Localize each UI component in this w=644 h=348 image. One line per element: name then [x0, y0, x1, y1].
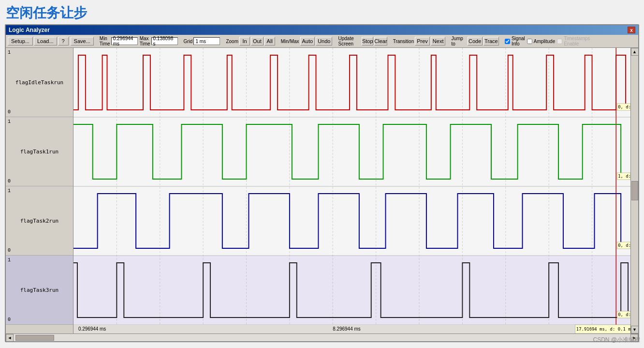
- signal-idle-name: flagIdleTaskrun: [15, 79, 63, 86]
- minmax-undo-button[interactable]: Undo: [316, 37, 332, 45]
- update-label: Update Screen: [338, 36, 361, 46]
- grid-value: 1 ms: [193, 37, 220, 45]
- update-stop-button[interactable]: Stop: [362, 37, 373, 45]
- minmax-group: Min/Max Auto Undo: [281, 37, 333, 45]
- signal-label-task2: 1 flagTask2run 0: [6, 186, 73, 256]
- zoom-group: Zoom In Out All: [226, 37, 275, 45]
- update-clear-button[interactable]: Clear: [374, 37, 387, 45]
- vertical-scrollbar[interactable]: ▲ ▼: [630, 48, 638, 333]
- zoom-all-button[interactable]: All: [264, 37, 275, 45]
- zoom-in-button[interactable]: In: [239, 37, 250, 45]
- waveform-area[interactable]: 0, d:0 1, d:0 0, d:0 0, d:0: [73, 48, 630, 333]
- page-title: 空闲任务让步: [0, 0, 644, 24]
- svg-text:8.296944 ms: 8.296944 ms: [333, 326, 360, 332]
- waveform-svg: 0, d:0 1, d:0 0, d:0 0, d:0: [73, 48, 630, 333]
- minmax-label: Min/Max: [281, 39, 299, 44]
- signal-info-checkbox[interactable]: [505, 39, 510, 44]
- signal-info-group: Signal Info: [505, 36, 525, 46]
- save-group: Save...: [71, 37, 94, 45]
- svg-rect-1: [73, 117, 630, 186]
- svg-text:0, d:0: 0, d:0: [618, 105, 630, 109]
- svg-text:0.296944 ms: 0.296944 ms: [78, 326, 106, 332]
- signal-task1-high: 1: [8, 119, 11, 124]
- signal-task3-name: flagTask3run: [20, 287, 59, 293]
- jumpto-group: Jump to Code Trace: [451, 36, 498, 46]
- update-group: Update Screen Stop Clear: [338, 36, 387, 46]
- signal-task3-low: 0: [8, 317, 11, 322]
- jump-trace-button[interactable]: Trace: [483, 37, 499, 45]
- signal-task2-low: 0: [8, 248, 11, 253]
- logic-analyzer-window: Logic Analyzer x Setup... Load... ? Save…: [5, 24, 639, 342]
- min-time-label: Min Time: [100, 36, 110, 46]
- watermark: CSDN @小准编程: [593, 336, 640, 344]
- amplitude-group: Amplitude: [527, 39, 555, 44]
- svg-rect-3: [73, 256, 630, 325]
- amplitude-checkbox[interactable]: [527, 39, 532, 44]
- signal-task1-low: 0: [8, 179, 11, 184]
- max-time-group: Max Time 0.138098 s: [140, 36, 178, 46]
- svg-rect-2: [73, 186, 630, 256]
- toolbar: Setup... Load... ? Save... Min Time 0.29…: [6, 35, 638, 48]
- svg-text:1, d:0: 1, d:0: [618, 174, 630, 179]
- window-title: Logic Analyzer: [9, 27, 50, 33]
- zoom-label: Zoom: [226, 39, 238, 44]
- signal-label-idle: 1 flagIdleTaskrun 0: [6, 48, 73, 117]
- transition-label: Transition: [393, 39, 414, 44]
- signal-task2-high: 1: [8, 188, 11, 194]
- timestamps-group: Timestamps Enable: [557, 36, 590, 46]
- signal-task2-name: flagTask2run: [20, 218, 59, 224]
- signal-idle-low: 0: [8, 109, 11, 115]
- minmax-auto-button[interactable]: Auto: [300, 37, 315, 45]
- help-button[interactable]: ?: [58, 37, 69, 45]
- signal-task3-high: 1: [8, 257, 11, 263]
- trans-next-button[interactable]: Next: [431, 37, 446, 45]
- setup-group: Setup... Load... ?: [8, 37, 69, 45]
- jump-code-button[interactable]: Code: [468, 37, 483, 45]
- grid-group: Grid 1 ms: [184, 37, 220, 45]
- window-close-button[interactable]: x: [628, 27, 635, 33]
- main-content: 1 flagIdleTaskrun 0 1 flagTask1run 0 1 f…: [6, 48, 638, 333]
- signal-task1-name: flagTask1run: [20, 149, 59, 155]
- signal-idle-high: 1: [8, 50, 11, 55]
- window-titlebar: Logic Analyzer x: [6, 25, 638, 35]
- signal-label-task1: 1 flagTask1run 0: [6, 117, 73, 186]
- signal-info-label: Signal Info: [512, 36, 525, 46]
- scrollbar-down-button[interactable]: ▼: [631, 326, 639, 333]
- trans-prev-button[interactable]: Prev: [415, 37, 430, 45]
- save-button[interactable]: Save...: [71, 37, 94, 45]
- min-time-value: 0.296944 ms: [111, 37, 138, 45]
- timestamps-label: Timestamps Enable: [564, 36, 590, 46]
- transition-group: Transition Prev Next: [393, 37, 446, 45]
- scrollbar-up-button[interactable]: ▲: [631, 48, 639, 56]
- timestamps-checkbox[interactable]: [557, 39, 562, 44]
- svg-text:0, d:0: 0, d:0: [618, 243, 630, 248]
- scrollbar-track: [14, 334, 630, 341]
- max-time-label: Max Time: [140, 36, 150, 46]
- svg-text:0, d:0: 0, d:0: [618, 312, 630, 317]
- load-button[interactable]: Load...: [34, 37, 57, 45]
- jumpto-label: Jump to: [451, 36, 466, 46]
- scrollbar-thumb[interactable]: [631, 181, 638, 200]
- signal-labels: 1 flagIdleTaskrun 0 1 flagTask1run 0 1 f…: [6, 48, 73, 333]
- scrollbar-left-button[interactable]: ◄: [6, 334, 14, 342]
- signal-label-task3: 1 flagTask3run 0: [6, 256, 73, 325]
- max-time-value: 0.138098 s: [151, 37, 178, 45]
- scrollbar-h-thumb[interactable]: [15, 335, 54, 341]
- horizontal-scrollbar[interactable]: ◄ ►: [6, 333, 638, 341]
- setup-button[interactable]: Setup...: [8, 37, 33, 45]
- grid-label: Grid: [184, 39, 193, 44]
- svg-text:17.91694 ms,   d: 0.1 ms: 17.91694 ms, d: 0.1 ms: [576, 327, 630, 332]
- amplitude-label: Amplitude: [534, 39, 555, 44]
- zoom-out-button[interactable]: Out: [251, 37, 263, 45]
- min-time-group: Min Time 0.296944 ms: [100, 36, 138, 46]
